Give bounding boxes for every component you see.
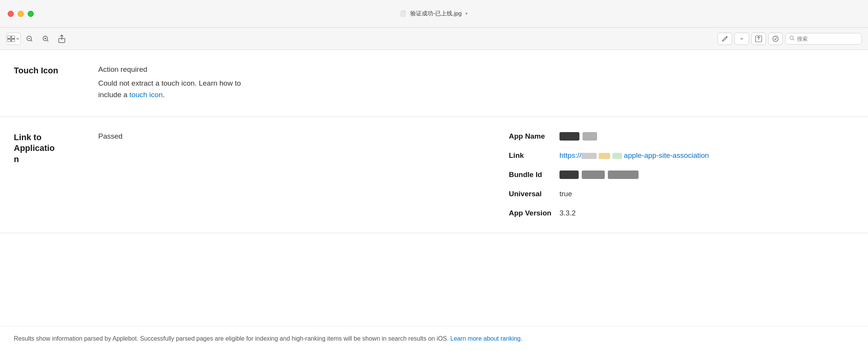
svg-rect-4 (12, 39, 15, 42)
universal-value: true (559, 190, 572, 198)
svg-line-7 (31, 40, 33, 41)
share-button[interactable] (54, 33, 69, 45)
svg-point-15 (773, 36, 778, 41)
svg-rect-3 (7, 39, 11, 42)
details-panel: App Name Link https:// apple-app (509, 132, 854, 217)
toolbar-view-group (6, 33, 21, 45)
app-version-key: App Version (509, 209, 555, 217)
bundle-id-redacted-3 (608, 171, 639, 179)
footer: Results show information parsed by Apple… (0, 326, 868, 351)
passed-status: Passed (98, 132, 509, 141)
view-toggle-button[interactable] (6, 33, 21, 45)
markup-button[interactable] (768, 33, 783, 45)
titlebar-center: 验证成功-已上线.jpg ▾ (400, 10, 468, 17)
zoom-out-button[interactable] (22, 33, 37, 45)
link-key: Link (509, 151, 555, 160)
title-chevron-icon[interactable]: ▾ (465, 11, 468, 16)
app-name-value (559, 132, 597, 141)
description-part-1: Could not extract a touch icon. Learn ho… (98, 79, 241, 87)
footer-link[interactable]: Learn more about ranking. (451, 335, 523, 342)
svg-rect-1 (7, 36, 11, 38)
app-version-value: 3.3.2 (559, 209, 576, 217)
bundle-id-value (559, 171, 639, 179)
traffic-lights (8, 11, 34, 17)
link-to-application-content: Passed (98, 132, 509, 217)
touch-icon-link[interactable]: touch icon (129, 91, 163, 99)
touch-icon-section: Touch Icon Action required Could not ext… (0, 50, 868, 117)
app-name-row: App Name (509, 132, 854, 141)
pencil-chevron-button[interactable] (734, 33, 749, 45)
svg-line-17 (793, 39, 795, 41)
touch-icon-label: Touch Icon (14, 65, 98, 101)
export-button[interactable] (751, 33, 766, 45)
close-button[interactable] (8, 11, 14, 17)
link-row: Link https:// apple-app-site-association (509, 151, 854, 160)
app-name-redacted-2 (583, 132, 597, 141)
app-name-key: App Name (509, 132, 555, 141)
footer-text: Results show information parsed by Apple… (14, 335, 449, 342)
bundle-id-row: Bundle Id (509, 171, 854, 179)
pencil-button[interactable] (718, 33, 732, 45)
file-icon (400, 10, 407, 17)
touch-icon-content: Action required Could not extract a touc… (98, 65, 854, 101)
maximize-button[interactable] (28, 11, 34, 17)
titlebar: 验证成功-已上线.jpg ▾ (0, 0, 868, 28)
universal-key: Universal (509, 190, 555, 198)
search-box[interactable] (785, 33, 862, 45)
content-area: Touch Icon Action required Could not ext… (0, 50, 868, 326)
app-version-row: App Version 3.3.2 (509, 209, 854, 217)
link-url[interactable]: https:// apple-app-site-association (559, 151, 709, 160)
toolbar-right (718, 33, 862, 45)
link-value: https:// apple-app-site-association (559, 151, 709, 160)
search-input[interactable] (797, 36, 858, 42)
svg-line-11 (47, 40, 49, 41)
svg-rect-2 (12, 36, 15, 38)
description-part-2: include a (98, 91, 127, 99)
bundle-id-redacted-1 (559, 171, 579, 179)
window-title: 验证成功-已上线.jpg (410, 10, 462, 17)
link-to-application-label: Link toApplication (14, 132, 98, 217)
bundle-id-key: Bundle Id (509, 171, 555, 179)
action-required-text: Action required (98, 65, 854, 74)
app-name-redacted-1 (559, 132, 579, 141)
bundle-id-redacted-2 (582, 171, 605, 179)
svg-point-16 (790, 36, 794, 40)
zoom-in-button[interactable] (38, 33, 53, 45)
app-window: 验证成功-已上线.jpg ▾ (0, 0, 868, 351)
minimize-button[interactable] (18, 11, 24, 17)
search-icon (789, 35, 795, 42)
toolbar (0, 28, 868, 50)
universal-row: Universal true (509, 190, 854, 198)
link-to-application-section: Link toApplication Passed App Name Link (0, 117, 868, 233)
touch-icon-description: Could not extract a touch icon. Learn ho… (98, 78, 854, 101)
